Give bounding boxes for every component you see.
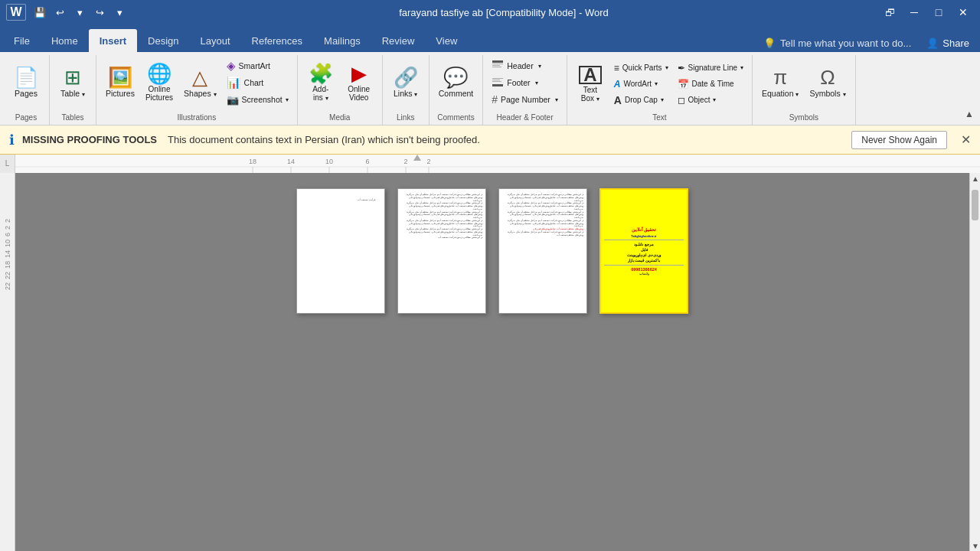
share-button[interactable]: 👤 Share [919, 34, 977, 52]
online-video-icon: ▶ [351, 64, 367, 83]
ribbon-group-links: 🔗 Links ▾ Links [383, 55, 430, 125]
online-pictures-icon: 🌐 [147, 64, 172, 83]
word-icon: W [6, 4, 26, 21]
footer-button[interactable]: Footer ▾ [488, 75, 562, 90]
textbox-label: TextBox ▾ [581, 86, 599, 103]
share-label: Share [942, 37, 969, 49]
screenshot-button[interactable]: 📷 Screenshot ▾ [223, 92, 292, 107]
page-thumbnail-3[interactable]: در این بخش مطالبی در مورد فرآیند تصفیه آ… [498, 188, 587, 314]
page-thumbnail-1[interactable]: فرآیند تصفیه آب [296, 188, 385, 314]
tab-layout[interactable]: Layout [190, 29, 241, 52]
ad-body: مرجع دانلـود فایل وردی-دی ای-پاورپوینت ب… [627, 242, 661, 264]
screenshot-dropdown: ▾ [286, 96, 289, 103]
tab-file[interactable]: File [3, 29, 41, 52]
addins-label: Add-ins ▾ [312, 85, 328, 102]
page2-content: در این بخش مطالبی در مورد فرآیند تصفیه آ… [398, 189, 485, 244]
document-area[interactable]: فرآیند تصفیه آب در این بخش مطالبی در مور… [15, 173, 969, 551]
scrollbar-thumb[interactable] [972, 190, 978, 220]
ribbon-group-pages: 📄 Pages Pages [3, 55, 50, 125]
svg-marker-21 [413, 155, 421, 161]
chart-label: Chart [244, 78, 264, 87]
pages-button[interactable]: 📄 Pages [8, 57, 44, 109]
quick-parts-label: Quick Parts [622, 64, 662, 72]
tab-home[interactable]: Home [41, 29, 89, 52]
page-number-button[interactable]: # Page Number ▾ [488, 92, 562, 107]
page-thumbnail-4[interactable]: تحقیق آنلاین Tahghighonline.ir مرجع دانل… [599, 188, 688, 314]
redo-button[interactable]: ↪ [90, 3, 109, 21]
tab-design[interactable]: Design [137, 29, 189, 52]
ribbon-collapse-button[interactable]: ▲ [962, 106, 977, 122]
datetime-button[interactable]: 📅 Date & Time [674, 77, 748, 92]
shapes-button[interactable]: △ Shapes ▾ [179, 57, 221, 109]
tab-review[interactable]: Review [371, 29, 426, 52]
tab-insert[interactable]: Insert [89, 29, 137, 52]
svg-rect-6 [492, 81, 501, 82]
notification-close-button[interactable]: ✕ [961, 132, 971, 147]
undo-dropdown[interactable]: ▾ [70, 3, 89, 21]
page-thumbnail-2[interactable]: در این بخش مطالبی در مورد فرآیند تصفیه آ… [397, 188, 486, 314]
online-pictures-button[interactable]: 🌐 OnlinePictures [141, 57, 178, 109]
smartart-button[interactable]: ◈ SmartArt [223, 58, 292, 73]
comments-group-label: Comments [434, 111, 479, 123]
scrollbar-up-button[interactable]: ▲ [970, 173, 980, 184]
tab-mailings[interactable]: Mailings [313, 29, 371, 52]
quick-parts-button[interactable]: ≡ Quick Parts ▾ [610, 60, 672, 76]
equation-icon: π [773, 67, 787, 87]
search-box[interactable]: 💡 Tell me what you want to do... [756, 34, 919, 52]
pages-items: 📄 Pages [8, 57, 44, 111]
comment-icon: 💬 [443, 67, 468, 87]
never-show-again-button[interactable]: Never Show Again [851, 131, 947, 149]
title-bar-left: W 💾 ↩ ▾ ↪ ▾ [6, 3, 129, 21]
notification-message: This document contains text in Persian (… [168, 134, 844, 145]
restore-down-button[interactable]: 🗗 [879, 2, 900, 23]
equation-button[interactable]: π Equation ▾ [757, 57, 803, 109]
symbols-button[interactable]: Ω Symbols ▾ [805, 57, 850, 109]
footer-dropdown: ▾ [535, 80, 538, 86]
ribbon-group-header-footer: Header ▾ Footer ▾ # Page Number ▾ Header… [483, 55, 567, 125]
tab-view[interactable]: View [425, 29, 468, 52]
notification-bar: ℹ MISSING PROOFING TOOLS This document c… [0, 126, 980, 155]
links-button[interactable]: 🔗 Links ▾ [387, 57, 424, 109]
comment-button[interactable]: 💬 Comment [434, 57, 479, 109]
tab-references[interactable]: References [241, 29, 313, 52]
page4-ad: تحقیق آنلاین Tahghighonline.ir مرجع دانل… [601, 190, 687, 312]
signature-button[interactable]: ✒ Signature Line ▾ [674, 60, 748, 76]
ad-whatsapp: واتساپ [639, 272, 649, 276]
quick-access-toolbar: 💾 ↩ ▾ ↪ ▾ [31, 3, 129, 21]
table-dropdown-arrow: ▾ [82, 91, 85, 98]
online-video-button[interactable]: ▶ OnlineVideo [341, 57, 377, 109]
dropcap-icon: A [614, 94, 622, 106]
window-title: farayand tasfiye ab [Compatibility Mode]… [129, 7, 879, 18]
customize-button[interactable]: ▾ [110, 3, 129, 21]
vertical-scrollbar[interactable]: ▲ ▼ [969, 173, 980, 551]
object-button[interactable]: ◻ Object ▾ [674, 93, 748, 108]
chart-button[interactable]: 📊 Chart [223, 75, 292, 90]
save-button[interactable]: 💾 [31, 3, 49, 21]
ribbon-group-comments: 💬 Comment Comments [430, 55, 484, 125]
svg-rect-0 [492, 60, 503, 63]
ruler-corner[interactable]: L [0, 155, 15, 173]
datetime-icon: 📅 [678, 79, 689, 90]
links-icon: 🔗 [394, 67, 418, 87]
addins-button[interactable]: 🧩 Add-ins ▾ [302, 57, 339, 109]
header-button[interactable]: Header ▾ [488, 58, 562, 73]
omega-icon: Ω [820, 67, 835, 87]
pictures-button[interactable]: 🖼️ Pictures [101, 57, 139, 109]
links-items: 🔗 Links ▾ [387, 57, 424, 111]
links-label: Links ▾ [394, 89, 417, 98]
maximize-button[interactable]: □ [928, 2, 949, 23]
symbols-items: π Equation ▾ Ω Symbols ▾ [757, 57, 851, 111]
quick-parts-icon: ≡ [614, 63, 619, 73]
ad-title: تحقیق آنلاین [632, 227, 657, 232]
textbox-button[interactable]: A TextBox ▾ [572, 58, 609, 110]
undo-button[interactable]: ↩ [51, 3, 69, 21]
vertical-ruler: 2 2 6 10 14 18 22 22 [0, 173, 15, 551]
dropcap-button[interactable]: A Drop Cap ▾ [610, 93, 672, 108]
equation-label: Equation ▾ [762, 89, 799, 98]
close-button[interactable]: ✕ [952, 2, 974, 23]
table-button[interactable]: ⊞ Table ▾ [54, 57, 91, 109]
scrollbar-down-button[interactable]: ▼ [970, 540, 980, 551]
wordart-button[interactable]: A WordArt ▾ [610, 77, 672, 92]
tables-items: ⊞ Table ▾ [54, 57, 91, 111]
minimize-button[interactable]: ─ [903, 2, 925, 23]
